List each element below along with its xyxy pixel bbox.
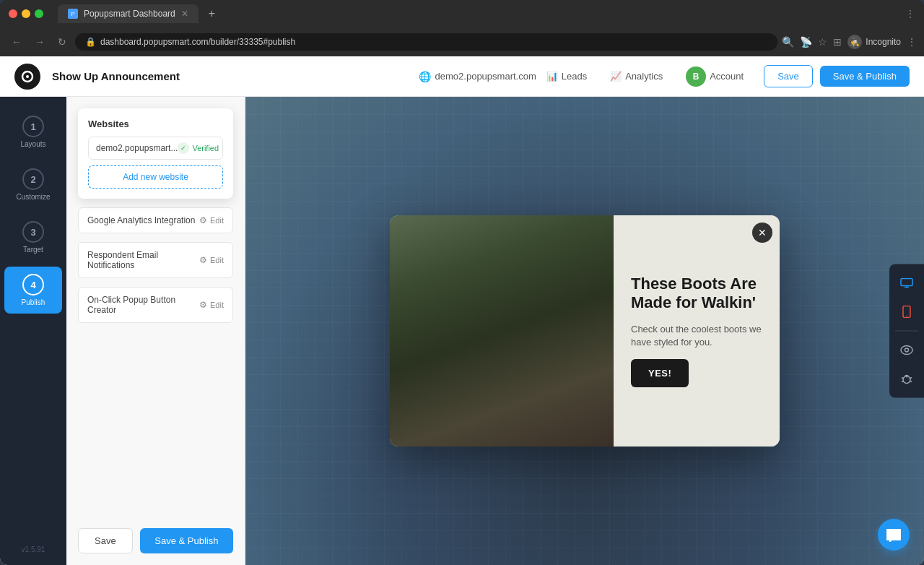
save-button[interactable]: Save bbox=[764, 65, 813, 87]
panel-save-button[interactable]: Save bbox=[78, 528, 133, 553]
browser-titlebar: P Popupsmart Dashboard ✕ + ⋮ bbox=[0, 0, 924, 27]
sidebar-step-target[interactable]: 3 Target bbox=[4, 214, 62, 261]
websites-title: Websites bbox=[88, 118, 223, 129]
step-label-target: Target bbox=[23, 246, 43, 254]
edit-label-2: Edit bbox=[210, 256, 224, 264]
svg-point-6 bbox=[906, 316, 907, 317]
edit-button-2[interactable]: ⚙ Edit bbox=[199, 255, 224, 265]
lock-icon: 🔒 bbox=[85, 37, 96, 47]
verified-badge: ✓ Verified bbox=[178, 142, 219, 154]
svg-point-1 bbox=[26, 75, 29, 78]
menu-icon[interactable]: ⋮ bbox=[907, 36, 917, 48]
address-bar[interactable]: 🔒 dashboard.popupsmart.com/builder/33335… bbox=[75, 33, 777, 51]
gear-icon-1: ⚙ bbox=[199, 215, 207, 225]
forward-button[interactable]: → bbox=[30, 33, 49, 51]
incognito-label: Incognito bbox=[866, 37, 901, 47]
analytics-icon: 📈 bbox=[610, 71, 622, 82]
websites-dropdown: Websites demo2.popupsmart... ✓ Verified … bbox=[78, 108, 233, 199]
gear-icon-3: ⚙ bbox=[199, 300, 207, 310]
close-button[interactable] bbox=[9, 9, 17, 18]
new-tab-button[interactable]: + bbox=[203, 4, 221, 23]
chat-bubble-button[interactable] bbox=[878, 519, 910, 551]
svg-line-14 bbox=[910, 381, 912, 382]
account-badge: B bbox=[686, 66, 706, 87]
step-circle-2: 2 bbox=[22, 168, 44, 190]
incognito-icon: 🕵 bbox=[847, 35, 862, 49]
popup-close-button[interactable]: ✕ bbox=[752, 223, 772, 243]
cast-icon[interactable]: 📡 bbox=[800, 36, 812, 48]
popup-cta-button[interactable]: YES! bbox=[631, 359, 689, 387]
step-circle-3: 3 bbox=[22, 221, 44, 243]
toolbar-divider bbox=[895, 331, 918, 332]
main-area: 1 Layouts 2 Customize 3 Target bbox=[0, 97, 924, 565]
leads-icon: 📊 bbox=[546, 71, 558, 82]
add-website-button[interactable]: Add new website bbox=[88, 165, 223, 189]
website-url: demo2.popupsmart.com bbox=[435, 71, 536, 82]
minimize-button[interactable] bbox=[22, 9, 30, 18]
sidebar-step-customize[interactable]: 2 Customize bbox=[4, 161, 62, 208]
website-name: demo2.popupsmart... bbox=[96, 143, 178, 153]
popup-preview: ✕ These Boots Are Made for Walkin' Check… bbox=[390, 215, 780, 447]
nav-actions: 📊 Leads 📈 Analytics B Account Save Save … bbox=[536, 62, 910, 91]
right-toolbar bbox=[889, 264, 924, 398]
leads-label: Leads bbox=[562, 71, 587, 82]
bottom-bar: Save Save & Publish bbox=[78, 519, 233, 553]
sidebar-toggle-icon[interactable]: ⊞ bbox=[833, 36, 842, 48]
globe-icon: 🌐 bbox=[419, 71, 431, 82]
extensions-icon: ⋮ bbox=[905, 8, 915, 20]
integration-name-1: Google Analytics Integration bbox=[87, 215, 195, 225]
tab-bar: P Popupsmart Dashboard ✕ + bbox=[58, 4, 899, 23]
canvas-area: ✕ These Boots Are Made for Walkin' Check… bbox=[245, 97, 924, 565]
mobile-view-button[interactable] bbox=[895, 301, 918, 324]
browser-right-icons: 🔍 📡 ☆ ⊞ 🕵 Incognito ⋮ bbox=[782, 35, 917, 49]
logo bbox=[14, 64, 40, 90]
integration-google-analytics[interactable]: Google Analytics Integration ⚙ Edit bbox=[78, 207, 233, 233]
maximize-button[interactable] bbox=[35, 9, 43, 18]
integration-name-2: Respondent Email Notifications bbox=[87, 250, 199, 270]
browser-tab[interactable]: P Popupsmart Dashboard ✕ bbox=[58, 4, 199, 23]
back-button[interactable]: ← bbox=[7, 33, 26, 51]
verified-check-icon: ✓ bbox=[178, 142, 189, 154]
reload-button[interactable]: ↻ bbox=[53, 33, 71, 51]
integration-popup-button[interactable]: On-Click Popup Button Creator ⚙ Edit bbox=[78, 287, 233, 323]
verified-label: Verified bbox=[192, 144, 219, 152]
edit-button-3[interactable]: ⚙ Edit bbox=[199, 300, 224, 310]
save-publish-button[interactable]: Save & Publish bbox=[820, 66, 910, 87]
search-icon[interactable]: 🔍 bbox=[782, 36, 794, 48]
analytics-label: Analytics bbox=[625, 71, 663, 82]
popup-subtext: Check out the coolest boots we have styl… bbox=[631, 323, 762, 349]
publish-panel: Websites demo2.popupsmart... ✓ Verified … bbox=[66, 97, 245, 565]
account-initial: B bbox=[693, 72, 699, 82]
svg-line-12 bbox=[910, 378, 912, 379]
step-label-customize: Customize bbox=[16, 193, 50, 201]
bookmark-icon[interactable]: ☆ bbox=[818, 36, 827, 48]
svg-line-11 bbox=[902, 378, 903, 379]
traffic-lights bbox=[9, 9, 43, 18]
gear-icon-2: ⚙ bbox=[199, 255, 207, 265]
browser-window: P Popupsmart Dashboard ✕ + ⋮ ← → ↻ 🔒 das… bbox=[0, 0, 924, 565]
sidebar-step-publish[interactable]: 4 Publish bbox=[4, 267, 62, 314]
leads-link[interactable]: 📊 Leads bbox=[536, 66, 597, 86]
svg-rect-2 bbox=[901, 279, 912, 286]
analytics-link[interactable]: 📈 Analytics bbox=[600, 66, 673, 86]
sidebar-step-layouts[interactable]: 1 Layouts bbox=[4, 108, 62, 155]
svg-line-13 bbox=[902, 381, 903, 382]
tab-close-icon[interactable]: ✕ bbox=[181, 9, 188, 19]
account-label: Account bbox=[710, 71, 744, 82]
svg-point-8 bbox=[905, 348, 909, 352]
bug-report-button[interactable] bbox=[895, 368, 918, 391]
top-nav: Show Up Announcement 🌐 demo2.popupsmart.… bbox=[0, 56, 924, 97]
browser-nav-toolbar: ← → ↻ 🔒 dashboard.popupsmart.com/builder… bbox=[0, 27, 924, 56]
app-container: Show Up Announcement 🌐 demo2.popupsmart.… bbox=[0, 56, 924, 565]
popup-heading: These Boots Are Made for Walkin' bbox=[631, 275, 762, 313]
preview-button[interactable] bbox=[895, 339, 918, 362]
integration-email-notifications[interactable]: Respondent Email Notifications ⚙ Edit bbox=[78, 242, 233, 278]
account-link[interactable]: B Account bbox=[676, 62, 754, 91]
panel-save-publish-button[interactable]: Save & Publish bbox=[140, 528, 233, 553]
popup-image bbox=[390, 215, 614, 447]
edit-button-1[interactable]: ⚙ Edit bbox=[199, 215, 224, 225]
desktop-view-button[interactable] bbox=[895, 272, 918, 295]
step-label-publish: Publish bbox=[22, 298, 45, 306]
address-text: dashboard.popupsmart.com/builder/33335#p… bbox=[100, 37, 767, 47]
tab-favicon: P bbox=[68, 9, 78, 19]
